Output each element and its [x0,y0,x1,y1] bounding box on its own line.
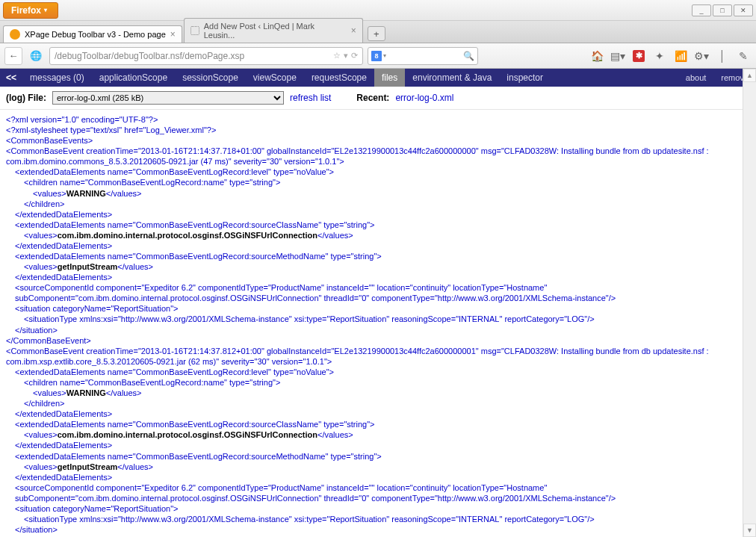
xml-line: <sourceComponentId component="Expeditor … [6,482,750,503]
xml-line: <sourceComponentId component="Expeditor … [6,282,750,303]
tab-inactive[interactable]: Add New Post ‹ LinQed | Mark Leusin... × [184,18,363,43]
xml-value-bold: WARNING [66,388,106,397]
xml-value-bold: com.ibm.domino.internal.protocol.osginsf… [58,430,317,439]
home-icon[interactable]: 🏠 [589,48,605,64]
xml-line: <extendedDataElements name="CommonBaseEv… [6,367,750,377]
xml-line: </children> [6,398,750,409]
tab-title: Add New Post ‹ LinQed | Mark Leusin... [204,22,347,40]
search-engine-icon[interactable]: 8 [371,51,382,61]
xml-line: <situationType xmlns:xsi="http://www.w3.… [6,514,750,524]
new-tab-button[interactable]: + [368,26,385,41]
xml-line: <CommonBaseEvent creationTime="2013-01-1… [6,346,750,367]
titlebar: Firefox ▾ _ □ ✕ [0,0,756,21]
xml-line: <children name="CommonBaseEventLogRecord… [6,377,750,388]
xml-line: <CommonBaseEvents> [6,135,750,146]
search-bar[interactable]: 8 ▾ 🔍 [368,47,478,65]
tab-active[interactable]: XPage Debug Toolbar v3 - Demo page × [3,25,182,43]
firefox-menu-button[interactable]: Firefox ▾ [3,2,58,19]
debug-toolbar: << messages (0)applicationScopesessionSc… [0,69,756,87]
xml-line: <children name="CommonBaseEventLogRecord… [6,177,750,187]
scroll-up-button[interactable]: ▲ [743,69,756,82]
xml-line: <extendedDataElements name="CommonBaseEv… [6,251,750,261]
debug-tab-applicationscope[interactable]: applicationScope [92,69,175,87]
xml-line: </CommonBaseEvent> [6,335,750,346]
xml-line: <situationType xmlns:xsi="http://www.w3.… [6,314,750,324]
url-text: /debugToolbar/debugToolbar.nsf/demoPage.… [55,51,330,61]
vertical-scrollbar[interactable]: ▲ ▼ [743,69,756,537]
file-label: (log) File: [6,93,46,103]
refresh-list-link[interactable]: refresh list [290,93,331,103]
eyedropper-icon[interactable]: ✎ [735,48,752,64]
share-icon[interactable]: ✦ [651,48,668,64]
navigation-bar: ← 🌐 /debugToolbar/debugToolbar.nsf/demoP… [0,43,756,69]
separator-icon: │ [714,48,731,64]
tab-close-icon[interactable]: × [351,25,356,36]
xml-log-content[interactable]: <?xml version="1.0" encoding="UTF-8"?><?… [0,110,756,536]
xml-line: <extendedDataElements name="CommonBaseEv… [6,167,750,177]
xml-line: <?xml version="1.0" encoding="UTF-8"?> [6,114,750,125]
xml-value-bold: getInputStream [58,462,118,471]
debug-tab-viewscope[interactable]: viewScope [246,69,304,87]
debug-tab-requestscope[interactable]: requestScope [304,69,374,87]
xml-line: </extendedDataElements> [6,409,750,419]
recent-label: Recent: [356,93,389,103]
feed-icon[interactable]: 📶 [672,48,689,64]
about-link[interactable]: about [678,73,714,82]
xml-line: <situation categoryName="ReportSituation… [6,303,750,314]
xml-line: <values>getInputStream</values> [6,261,750,272]
tab-title: XPage Debug Toolbar v3 - Demo page [25,30,166,39]
url-bar[interactable]: /debugToolbar/debugToolbar.nsf/demoPage.… [49,47,363,65]
xml-line: <extendedDataElements name="CommonBaseEv… [6,220,750,230]
xml-line: </situation> [6,524,750,535]
firefox-label: Firefox [11,5,41,16]
window-controls: _ □ ✕ [692,4,753,16]
maximize-button[interactable]: □ [713,4,732,16]
tab-close-icon[interactable]: × [170,29,176,40]
xml-line: </extendedDataElements> [6,472,750,482]
file-select[interactable]: error-log-0.xml (285 kB) [52,91,284,105]
xml-line: <extendedDataElements name="CommonBaseEv… [6,419,750,429]
xml-line: <values>com.ibm.domino.internal.protocol… [6,429,750,440]
url-dropdown-icon[interactable]: ▾ [344,51,348,60]
xml-line: </extendedDataElements> [6,272,750,282]
xml-line: </children> [6,199,750,209]
close-button[interactable]: ✕ [734,4,753,16]
xml-line: <situation categoryName="ReportSituation… [6,503,750,514]
tab-strip: XPage Debug Toolbar v3 - Demo page × Add… [0,21,756,43]
search-go-icon[interactable]: 🔍 [463,51,474,61]
caret-down-icon: ▾ [44,7,47,13]
xml-line: </situation> [6,325,750,335]
favicon-icon [10,29,20,40]
extension-red-icon[interactable]: ✱ [630,48,647,64]
minimize-button[interactable]: _ [692,4,711,16]
debug-tab-environment-java[interactable]: environment & Java [405,69,499,87]
debug-tab-messages-0-[interactable]: messages (0) [22,69,92,87]
collapse-toolbar-button[interactable]: << [0,72,22,83]
favicon-placeholder-icon [190,26,199,35]
bookmarks-icon[interactable]: ▤▾ [610,48,626,64]
xml-line: <values>getInputStream</values> [6,462,750,472]
toolbar-icons: 🏠 ▤▾ ✱ ✦ 📶 ⚙▾ │ ✎ [589,48,752,64]
xml-line: <CommonBaseEvent creationTime="2013-01-1… [6,146,750,167]
xml-line: </extendedDataElements> [6,209,750,220]
recent-file-link[interactable]: error-log-0.xml [395,93,453,103]
search-engine-dropdown-icon[interactable]: ▾ [383,52,386,59]
reload-icon[interactable]: ⟳ [351,51,358,60]
debug-tab-inspector[interactable]: inspector [499,69,551,87]
xml-line: <values>WARNING</values> [6,188,750,199]
xml-line: </extendedDataElements> [6,240,750,251]
xml-line: <extendedDataElements name="CommonBaseEv… [6,451,750,462]
xml-value-bold: com.ibm.domino.internal.protocol.osginsf… [58,231,317,240]
file-filter-row: (log) File: error-log-0.xml (285 kB) ref… [0,87,756,110]
debug-tab-files[interactable]: files [374,69,405,87]
back-button[interactable]: ← [4,47,22,65]
scroll-down-button[interactable]: ▼ [743,524,756,537]
globe-icon: 🌐 [27,47,45,65]
xml-value-bold: getInputStream [58,262,118,271]
debug-tab-sessionscope[interactable]: sessionScope [175,69,246,87]
xml-line: </extendedDataElements> [6,440,750,450]
bookmark-star-icon[interactable]: ☆ [333,51,341,60]
xml-line: <values>WARNING</values> [6,388,750,398]
gear-icon[interactable]: ⚙▾ [693,48,710,64]
xml-line: </CommonBaseEvent> [6,535,750,536]
